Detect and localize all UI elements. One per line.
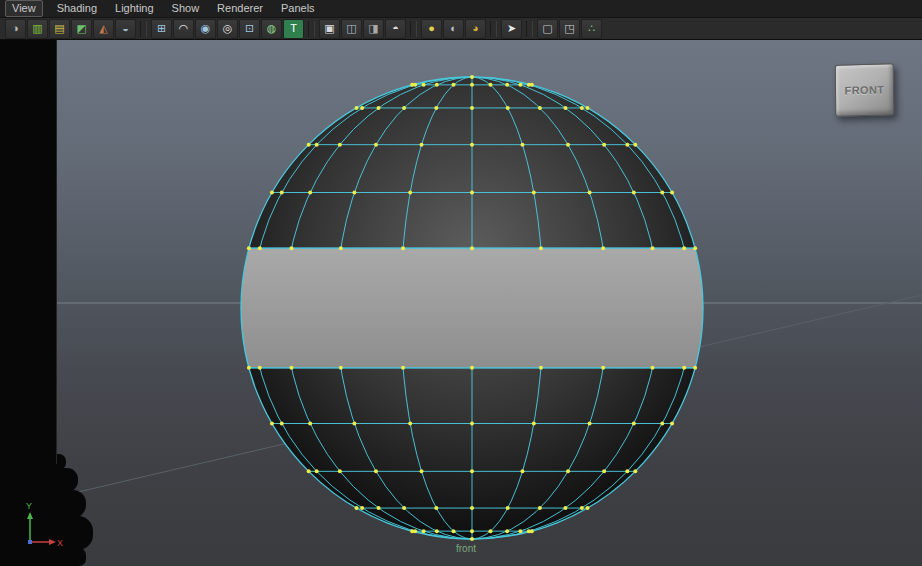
view-orientation-label: FRONT <box>845 83 885 96</box>
vertex <box>625 469 629 473</box>
y-axis-label: Y <box>26 501 32 511</box>
vertex <box>422 83 426 87</box>
vertex <box>401 366 405 370</box>
vertex <box>520 143 524 147</box>
graph-editor-icon[interactable]: ▥ <box>27 19 48 39</box>
vertex <box>470 191 474 195</box>
vertex <box>470 83 474 87</box>
menu-shading[interactable]: Shading <box>49 1 105 16</box>
menu-show[interactable]: Show <box>164 1 208 16</box>
selection-mask-icon[interactable]: ➤ <box>501 19 522 39</box>
vertex <box>339 366 343 370</box>
toolbar-separator <box>490 21 497 37</box>
viewport[interactable]: frontYX FRONT <box>0 40 922 566</box>
sidebar-toggle-icon[interactable]: ◳ <box>559 19 580 39</box>
vertex <box>360 106 364 110</box>
vertex <box>420 469 424 473</box>
vertex <box>651 366 655 370</box>
xgen-icon[interactable]: ◭ <box>93 19 114 39</box>
snap-grid-icon[interactable]: ⊞ <box>151 19 172 39</box>
vertex <box>505 83 509 87</box>
maya-panel-window: ViewShadingLightingShowRendererPanels ◑▥… <box>0 0 922 566</box>
vertex <box>410 83 414 87</box>
text-tool-icon[interactable]: T <box>283 19 304 39</box>
vertex <box>530 83 534 87</box>
snap-curve-icon[interactable]: ◠ <box>173 19 194 39</box>
column-base-ring <box>0 490 86 518</box>
viewport-canvas[interactable]: frontYX <box>0 40 922 566</box>
vertex <box>315 143 319 147</box>
checker-icon[interactable]: ◓ <box>385 19 406 39</box>
render-view-icon[interactable]: ◫ <box>341 19 362 39</box>
modeling-kit-icon[interactable]: ◩ <box>71 19 92 39</box>
vertex <box>470 469 474 473</box>
toolbar-separator <box>308 21 315 37</box>
vertex <box>435 529 439 533</box>
vertex <box>580 506 584 510</box>
vertex <box>377 106 381 110</box>
render-settings-icon[interactable]: ◕ <box>465 19 486 39</box>
input-box-icon[interactable]: ▢ <box>537 19 558 39</box>
status-toolbar: ◑▥▤◩◭◒⊞◠◉◎⊡◍T▣◫◨◓●◐◕➤▢◳∴ <box>0 18 922 40</box>
vertex <box>532 422 536 426</box>
vertex <box>563 506 567 510</box>
vertex <box>360 506 364 510</box>
vertex <box>506 506 510 510</box>
snap-view-plane-icon[interactable]: ⊡ <box>239 19 260 39</box>
snap-together-icon[interactable]: ◑ <box>5 19 26 39</box>
render-frame-icon[interactable]: ● <box>421 19 442 39</box>
vertex <box>452 83 456 87</box>
vertex <box>633 143 637 147</box>
vertex <box>539 246 543 250</box>
vertex <box>422 529 426 533</box>
vertex <box>538 106 542 110</box>
vertex <box>530 529 534 533</box>
column-base-ring <box>0 516 93 550</box>
menu-lighting[interactable]: Lighting <box>107 1 162 16</box>
share-nodes-icon[interactable]: ∴ <box>581 19 602 39</box>
symmetry-icon[interactable]: ◒ <box>115 19 136 39</box>
vertex <box>401 246 405 250</box>
vertex <box>602 469 606 473</box>
vertex <box>682 246 686 250</box>
vertex <box>307 143 311 147</box>
vertex <box>258 246 262 250</box>
vertex <box>660 422 664 426</box>
vertex <box>660 191 664 195</box>
poly-count-icon[interactable]: ▤ <box>49 19 70 39</box>
sphere-object[interactable] <box>241 75 703 541</box>
vertex <box>602 143 606 147</box>
construction-history-icon[interactable]: ▣ <box>319 19 340 39</box>
vertex <box>532 191 536 195</box>
vertex <box>580 106 584 110</box>
vertex <box>435 83 439 87</box>
textured-mode-icon[interactable]: ◨ <box>363 19 384 39</box>
vertex <box>588 422 592 426</box>
vertex <box>434 106 438 110</box>
vertex <box>670 422 674 426</box>
vertex <box>601 246 605 250</box>
vertex <box>538 506 542 510</box>
vertex <box>402 506 406 510</box>
selected-face-band[interactable] <box>241 248 703 368</box>
snap-center-icon[interactable]: ◎ <box>217 19 238 39</box>
vertex <box>586 506 590 510</box>
column-base-ring <box>0 548 86 566</box>
vertex <box>470 529 474 533</box>
vertex <box>307 469 311 473</box>
vertex <box>270 191 274 195</box>
ipr-render-icon[interactable]: ◐ <box>443 19 464 39</box>
vertex <box>651 246 655 250</box>
snap-point-icon[interactable]: ◉ <box>195 19 216 39</box>
menu-renderer[interactable]: Renderer <box>209 1 271 16</box>
make-live-icon[interactable]: ◍ <box>261 19 282 39</box>
vertex <box>247 246 251 250</box>
vertex <box>374 469 378 473</box>
vertex <box>258 366 262 370</box>
vertex <box>315 469 319 473</box>
menu-panels[interactable]: Panels <box>273 1 323 16</box>
view-orientation-gadget[interactable]: FRONT <box>835 63 894 117</box>
vertex <box>601 366 605 370</box>
vertex <box>693 246 697 250</box>
menu-view[interactable]: View <box>5 0 43 17</box>
